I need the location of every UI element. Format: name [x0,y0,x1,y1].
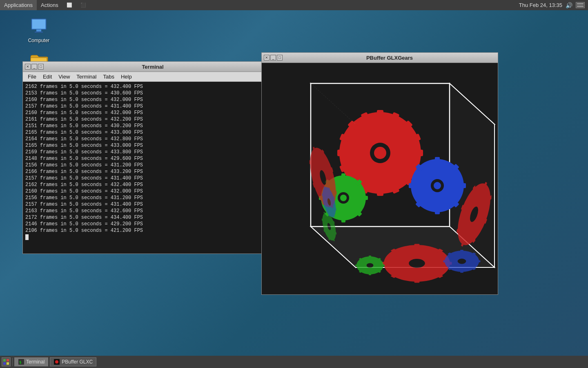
menubar-window-list2[interactable]: ⬛ [76,0,90,10]
svg-rect-2 [36,29,41,31]
glxgears-titlebar: ✕ _ □ PBuffer GLXGears [262,53,498,63]
glxgears-minimize-button[interactable]: _ [270,55,276,61]
svg-point-46 [434,182,441,189]
top-menubar: Applications Actions ⬜ ⬛ Thu Feb 24, 13:… [0,0,588,10]
glxgears-canvas [262,63,498,294]
glxgears-maximize-button[interactable]: □ [277,55,283,61]
glxgears-window: ✕ _ □ PBuffer GLXGears [261,52,498,295]
volume-icon[interactable]: 🔊 [566,2,572,9]
terminal-maximize-button[interactable]: □ [38,64,44,70]
terminal-line: 2148 frames in 5.0 seconds = 429.600 FPS [25,155,261,162]
menubar-item-applications[interactable]: Applications [0,0,37,10]
terminal-line: 2157 frames in 5.0 seconds = 431.400 FPS [25,175,261,182]
svg-point-142 [55,360,58,364]
taskbar-terminal-label: Terminal [26,359,45,365]
keyboard-layout-icon [576,2,585,8]
terminal-titlebar: ✕ _ □ Terminal [23,62,263,72]
svg-text:$: $ [19,360,21,364]
menubar-item-actions[interactable]: Actions [37,0,62,10]
svg-rect-15 [377,110,383,118]
svg-rect-35 [341,173,345,179]
svg-rect-82 [381,265,385,266]
svg-rect-135 [3,359,6,361]
menubar-window-list[interactable]: ⬜ [62,0,76,10]
svg-point-68 [409,259,425,268]
svg-rect-3 [35,31,43,33]
terminal-line: 2164 frames in 5.0 seconds = 432.800 FPS [25,136,261,142]
svg-rect-137 [3,362,6,365]
terminal-line: 2156 frames in 5.0 seconds = 431.200 FPS [25,195,261,201]
terminal-line: 2160 frames in 5.0 seconds = 432.000 FPS [25,96,261,103]
terminal-line: 2163 frames in 5.0 seconds = 432.600 FPS [25,208,261,214]
terminal-line: 2153 frames in 5.0 seconds = 430.600 FPS [25,90,261,96]
svg-rect-36 [341,217,345,222]
taskbar-start-button[interactable] [2,357,11,366]
terminal-title: Terminal [44,64,261,70]
terminal-line: 2157 frames in 5.0 seconds = 431.400 FPS [25,201,261,208]
taskbar-terminal-icon: $ [18,359,24,365]
glxgears-title: PBuffer GLXGears [283,55,496,61]
terminal-close-button[interactable]: ✕ [25,64,31,70]
svg-rect-80 [369,256,371,258]
terminal-line: 2156 frames in 5.0 seconds = 431.200 FPS [25,162,261,168]
terminal-menu-file[interactable]: File [24,72,40,82]
terminal-menu-view[interactable]: View [55,72,73,82]
svg-point-34 [340,195,347,201]
taskbar-item-terminal[interactable]: $ Terminal [14,357,48,366]
svg-rect-70 [414,279,420,283]
terminal-cursor [25,234,29,240]
svg-point-14 [374,147,386,159]
taskbar: $ Terminal PBuffer GLXC [0,356,588,368]
svg-rect-50 [409,183,415,188]
terminal-line: 2169 frames in 5.0 seconds = 433.800 FPS [25,149,261,155]
svg-rect-83 [355,265,359,266]
terminal-line: 2157 frames in 5.0 seconds = 431.400 FPS [25,103,261,110]
system-clock: Thu Feb 24, 13:35 [519,2,562,8]
svg-rect-69 [414,244,420,248]
svg-rect-1 [32,20,45,29]
svg-rect-138 [7,362,9,365]
svg-rect-47 [435,157,440,164]
terminal-line: 2162 frames in 5.0 seconds = 432.400 FPS [25,182,261,188]
svg-rect-94 [443,260,448,263]
glxgears-close-button[interactable]: ✕ [264,55,270,61]
terminal-window: ✕ _ □ Terminal File Edit View Terminal T… [22,61,263,254]
menubar-right: Thu Feb 24, 13:35 🔊 [519,2,588,9]
desktop: Applications Actions ⬜ ⬛ Thu Feb 24, 13:… [0,0,588,368]
computer-icon-label: Computer [28,38,50,43]
terminal-content[interactable]: 2162 frames in 5.0 seconds = 432.400 FPS… [23,82,263,254]
svg-rect-16 [377,188,383,196]
svg-rect-37 [362,196,368,200]
taskbar-glx-label: PBuffer GLXC [62,359,93,365]
svg-rect-49 [459,183,466,188]
desktop-icon-computer[interactable]: Computer [22,16,55,43]
terminal-menu-terminal[interactable]: Terminal [73,72,100,82]
start-icon [3,359,9,365]
terminal-minimize-button[interactable]: _ [31,64,37,70]
terminal-menu-help[interactable]: Help [118,72,135,82]
svg-rect-91 [460,250,463,252]
svg-rect-17 [415,150,423,156]
svg-point-79 [367,263,374,267]
terminal-line: 2151 frames in 5.0 seconds = 430.200 FPS [25,123,261,129]
terminal-line: 2161 frames in 5.0 seconds = 432.200 FPS [25,116,261,123]
svg-point-90 [458,259,466,264]
taskbar-glx-icon [53,359,60,365]
taskbar-item-glx[interactable]: PBuffer GLXC [50,357,96,366]
menubar-left: Applications Actions ⬜ ⬛ [0,0,90,10]
svg-rect-136 [7,359,9,361]
terminal-line: 2165 frames in 5.0 seconds = 433.000 FPS [25,129,261,136]
terminal-line: 2160 frames in 5.0 seconds = 432.000 FPS [25,110,261,116]
svg-rect-92 [460,270,463,273]
svg-rect-18 [337,150,345,156]
svg-rect-48 [435,208,440,214]
svg-rect-93 [476,260,480,263]
terminal-menu-tabs[interactable]: Tabs [100,72,117,82]
terminal-cursor-line [25,234,261,240]
svg-rect-81 [369,273,371,275]
terminal-line: 2146 frames in 5.0 seconds = 429.200 FPS [25,221,261,227]
terminal-menu-edit[interactable]: Edit [40,72,55,82]
terminal-line: 2172 frames in 5.0 seconds = 434.400 FPS [25,214,261,221]
computer-icon [29,16,49,36]
taskbar-separator [12,358,13,366]
